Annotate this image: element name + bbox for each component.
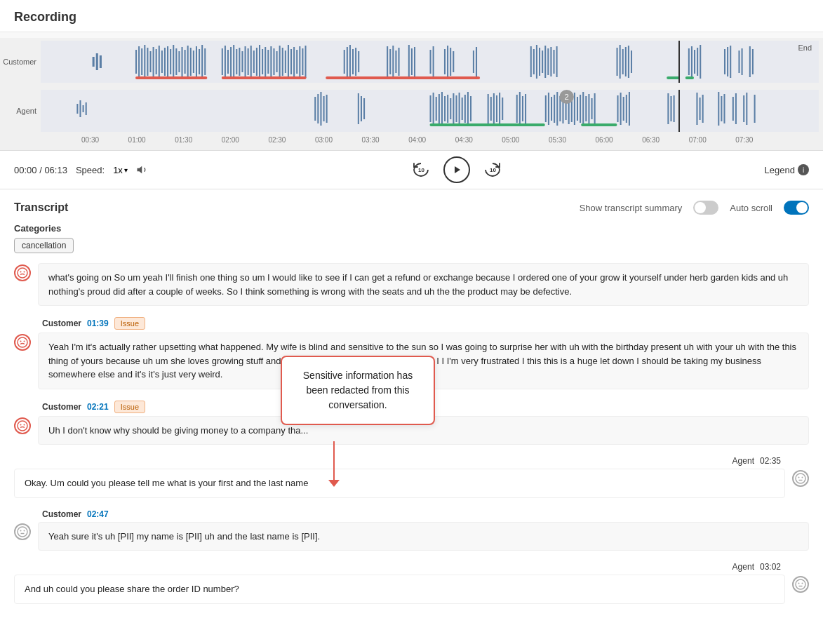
- svg-rect-62: [355, 48, 356, 76]
- svg-rect-162: [580, 95, 581, 123]
- svg-rect-121: [326, 95, 328, 123]
- message-group-4: Agent 02:35 Okay. Um could you please te…: [14, 453, 809, 499]
- svg-rect-54: [296, 50, 297, 74]
- svg-rect-144: [499, 93, 500, 125]
- sentiment-icon-2: [14, 334, 31, 351]
- svg-rect-66: [392, 46, 394, 78]
- svg-rect-120: [323, 96, 325, 121]
- show-summary-toggle[interactable]: [693, 201, 718, 215]
- category-tag-cancellation: cancellation: [14, 238, 74, 253]
- svg-point-204: [796, 474, 805, 483]
- skip-forward-button[interactable]: 10: [483, 160, 502, 180]
- message-bubble-5: Yeah sure it's uh [PII] my name is [PII]…: [38, 522, 809, 551]
- svg-point-199: [20, 341, 22, 342]
- svg-rect-63: [358, 51, 359, 72]
- volume-button[interactable]: [136, 163, 149, 176]
- svg-rect-75: [447, 46, 448, 78]
- svg-rect-0: [93, 57, 95, 67]
- svg-rect-40: [256, 48, 257, 76]
- svg-rect-140: [488, 94, 489, 123]
- svg-rect-110: [326, 76, 480, 79]
- redaction-popup: Sensitive information has been redacted …: [281, 356, 435, 425]
- tag-3: Issue: [114, 401, 145, 413]
- svg-rect-100: [700, 45, 701, 79]
- svg-rect-59: [347, 47, 348, 76]
- svg-rect-79: [476, 47, 477, 76]
- svg-rect-109: [222, 76, 307, 79]
- transcript-title: Transcript: [14, 201, 68, 214]
- message-bubble-4: Okay. Um could you please tell me what i…: [14, 469, 785, 498]
- legend-button[interactable]: Legend i: [765, 164, 809, 175]
- svg-rect-24: [196, 46, 197, 77]
- message-meta-2: Customer 01:39 Issue: [14, 314, 809, 333]
- svg-rect-98: [694, 50, 695, 74]
- svg-rect-133: [453, 93, 454, 124]
- svg-rect-60: [349, 45, 351, 79]
- svg-rect-72: [430, 50, 431, 74]
- svg-rect-90: [617, 48, 618, 76]
- end-label: End: [798, 43, 812, 52]
- svg-rect-3: [135, 50, 137, 74]
- svg-rect-84: [542, 51, 543, 73]
- svg-rect-135: [459, 93, 460, 125]
- svg-rect-69: [408, 45, 410, 79]
- speed-label: Speed:: [76, 165, 105, 175]
- svg-rect-104: [738, 51, 740, 73]
- svg-point-205: [798, 477, 800, 478]
- svg-rect-130: [444, 96, 446, 121]
- speaker-6: Agent: [732, 562, 754, 572]
- svg-rect-2: [100, 55, 102, 68]
- svg-rect-76: [450, 48, 451, 76]
- svg-rect-35: [241, 51, 243, 72]
- speed-button[interactable]: 1x ▾: [113, 165, 128, 175]
- message-row-1: what's going on So um yeah I'll finish o…: [14, 263, 809, 306]
- customer-track: End: [41, 41, 819, 83]
- svg-rect-118: [317, 94, 319, 123]
- message-group-5: Customer 02:47 Yeah sure it's uh [PII] m…: [14, 507, 809, 553]
- svg-rect-173: [667, 93, 669, 124]
- svg-rect-134: [455, 95, 457, 122]
- time-display: 00:00 / 06:13: [14, 165, 67, 175]
- svg-rect-126: [433, 93, 434, 125]
- message-group-3: Customer 02:21 Issue Uh I don't know why…: [14, 398, 809, 447]
- svg-rect-64: [387, 46, 388, 77]
- play-button[interactable]: [443, 156, 470, 183]
- svg-rect-45: [270, 46, 272, 77]
- svg-rect-30: [227, 50, 229, 74]
- svg-text:2: 2: [564, 93, 568, 101]
- svg-rect-39: [253, 51, 255, 73]
- svg-rect-165: [588, 94, 589, 123]
- svg-rect-5: [141, 48, 142, 75]
- agent-meta-6: Agent 03:02: [14, 559, 809, 575]
- agent-row-6: And uh could you please share the order …: [14, 575, 809, 604]
- svg-rect-61: [352, 49, 354, 74]
- svg-rect-112: [685, 76, 694, 79]
- svg-rect-70: [411, 48, 413, 75]
- svg-rect-164: [585, 96, 587, 121]
- svg-rect-74: [444, 49, 446, 74]
- speaker-4: Agent: [732, 456, 754, 466]
- svg-rect-153: [554, 95, 555, 123]
- svg-rect-93: [625, 47, 627, 76]
- timestamp-5: 02:47: [87, 509, 109, 519]
- svg-rect-89: [556, 46, 558, 77]
- timestamp-6: 03:02: [760, 562, 781, 572]
- svg-rect-81: [533, 49, 535, 74]
- svg-rect-82: [536, 45, 537, 79]
- svg-rect-101: [724, 49, 725, 74]
- svg-rect-185: [746, 93, 747, 125]
- agent-label: Agent: [0, 107, 41, 115]
- svg-rect-80: [530, 46, 532, 77]
- svg-point-212: [802, 583, 803, 584]
- svg-rect-143: [496, 95, 497, 122]
- svg-rect-103: [730, 46, 731, 78]
- auto-scroll-toggle[interactable]: [784, 201, 809, 215]
- svg-rect-97: [691, 46, 692, 77]
- skip-back-button[interactable]: 10: [411, 160, 431, 180]
- svg-rect-26: [201, 45, 203, 79]
- svg-rect-188: [581, 123, 617, 126]
- controls-bar: 00:00 / 06:13 Speed: 1x ▾ 10: [0, 151, 823, 189]
- svg-rect-41: [259, 45, 260, 79]
- svg-rect-18: [178, 51, 180, 72]
- timestamp-2: 01:39: [87, 318, 109, 328]
